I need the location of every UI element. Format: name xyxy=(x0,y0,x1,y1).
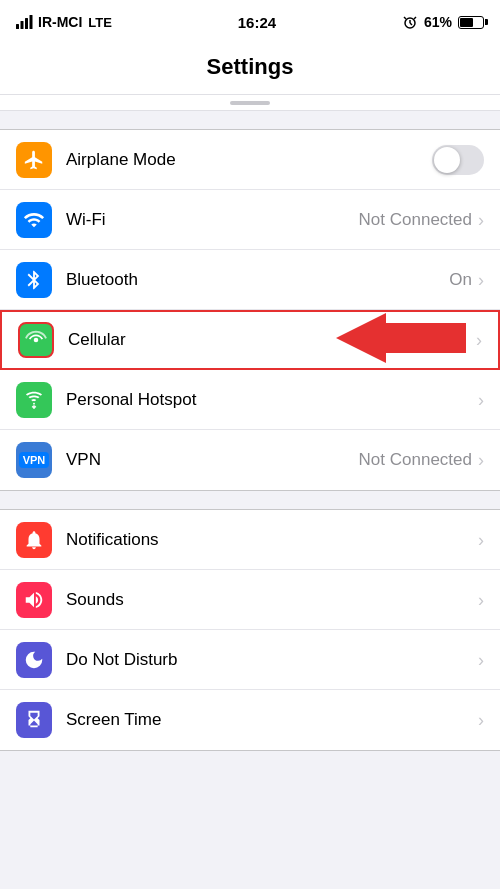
hourglass-svg xyxy=(23,709,45,731)
wifi-label: Wi-Fi xyxy=(66,210,359,230)
airplane-svg xyxy=(23,149,45,171)
battery-percent: 61% xyxy=(424,14,452,30)
svg-rect-2 xyxy=(25,18,28,29)
vpn-icon-bg: VPN xyxy=(16,442,52,478)
do-not-disturb-row[interactable]: Do Not Disturb › xyxy=(0,630,500,690)
cellular-row[interactable]: Cellular › xyxy=(0,310,500,370)
notifications-label: Notifications xyxy=(66,530,478,550)
cellular-icon-bg xyxy=(18,322,54,358)
hotspot-chevron: › xyxy=(478,391,484,409)
status-carrier: IR-MCI LTE xyxy=(16,14,112,30)
bluetooth-icon-bg xyxy=(16,262,52,298)
vpn-text-badge: VPN xyxy=(19,452,50,468)
vpn-row[interactable]: VPN VPN Not Connected › xyxy=(0,430,500,490)
network-label: LTE xyxy=(88,15,112,30)
personal-hotspot-row[interactable]: Personal Hotspot › xyxy=(0,370,500,430)
bluetooth-svg xyxy=(23,269,45,291)
dnd-label: Do Not Disturb xyxy=(66,650,478,670)
dnd-icon-bg xyxy=(16,642,52,678)
airplane-mode-label: Airplane Mode xyxy=(66,150,432,170)
hotspot-label: Personal Hotspot xyxy=(66,390,478,410)
svg-point-9 xyxy=(34,338,39,343)
dnd-chevron: › xyxy=(478,651,484,669)
battery-fill xyxy=(460,18,473,27)
page-title: Settings xyxy=(0,44,500,95)
notifications-row[interactable]: Notifications › xyxy=(0,510,500,570)
battery-icon xyxy=(458,16,484,29)
screen-time-icon-bg xyxy=(16,702,52,738)
bluetooth-value: On xyxy=(449,270,472,290)
scroll-indicator xyxy=(230,101,270,105)
screen-time-chevron: › xyxy=(478,711,484,729)
wifi-row[interactable]: Wi-Fi Not Connected › xyxy=(0,190,500,250)
wifi-icon-bg xyxy=(16,202,52,238)
hotspot-icon-bg xyxy=(16,382,52,418)
screen-time-row[interactable]: Screen Time › xyxy=(0,690,500,750)
svg-line-8 xyxy=(414,17,416,19)
notifications-svg xyxy=(23,529,45,551)
svg-line-7 xyxy=(404,17,406,19)
vpn-value: Not Connected xyxy=(359,450,472,470)
status-indicators: 61% xyxy=(402,14,484,30)
svg-point-12 xyxy=(33,406,35,408)
cellular-svg xyxy=(25,329,47,351)
notifications-icon-bg xyxy=(16,522,52,558)
alarm-icon xyxy=(402,15,418,29)
hotspot-svg xyxy=(23,389,45,411)
cellular-label: Cellular xyxy=(68,330,472,350)
status-time: 16:24 xyxy=(238,14,276,31)
vpn-chevron: › xyxy=(478,451,484,469)
moon-svg xyxy=(23,649,45,671)
sounds-row[interactable]: Sounds › xyxy=(0,570,500,630)
wifi-svg xyxy=(23,209,45,231)
screen-time-label: Screen Time xyxy=(66,710,478,730)
scroll-hint xyxy=(0,95,500,111)
sounds-icon-bg xyxy=(16,582,52,618)
wifi-value: Not Connected xyxy=(359,210,472,230)
wifi-chevron: › xyxy=(478,211,484,229)
carrier-label: IR-MCI xyxy=(38,14,82,30)
bluetooth-label: Bluetooth xyxy=(66,270,449,290)
svg-line-6 xyxy=(410,23,412,25)
signal-icon xyxy=(16,15,34,29)
status-bar: IR-MCI LTE 16:24 61% xyxy=(0,0,500,44)
system-section: Notifications › Sounds › Do Not Disturb … xyxy=(0,509,500,751)
sounds-chevron: › xyxy=(478,591,484,609)
sounds-label: Sounds xyxy=(66,590,478,610)
bluetooth-row[interactable]: Bluetooth On › xyxy=(0,250,500,310)
connectivity-section: Airplane Mode Wi-Fi Not Connected › Blue… xyxy=(0,129,500,491)
bluetooth-chevron: › xyxy=(478,271,484,289)
notifications-chevron: › xyxy=(478,531,484,549)
vpn-label: VPN xyxy=(66,450,359,470)
sounds-svg xyxy=(23,589,45,611)
airplane-mode-toggle[interactable] xyxy=(432,145,484,175)
cellular-chevron: › xyxy=(476,331,482,349)
svg-rect-1 xyxy=(21,21,24,29)
airplane-mode-icon xyxy=(16,142,52,178)
airplane-mode-row[interactable]: Airplane Mode xyxy=(0,130,500,190)
svg-rect-3 xyxy=(30,15,33,29)
svg-rect-0 xyxy=(16,24,19,29)
